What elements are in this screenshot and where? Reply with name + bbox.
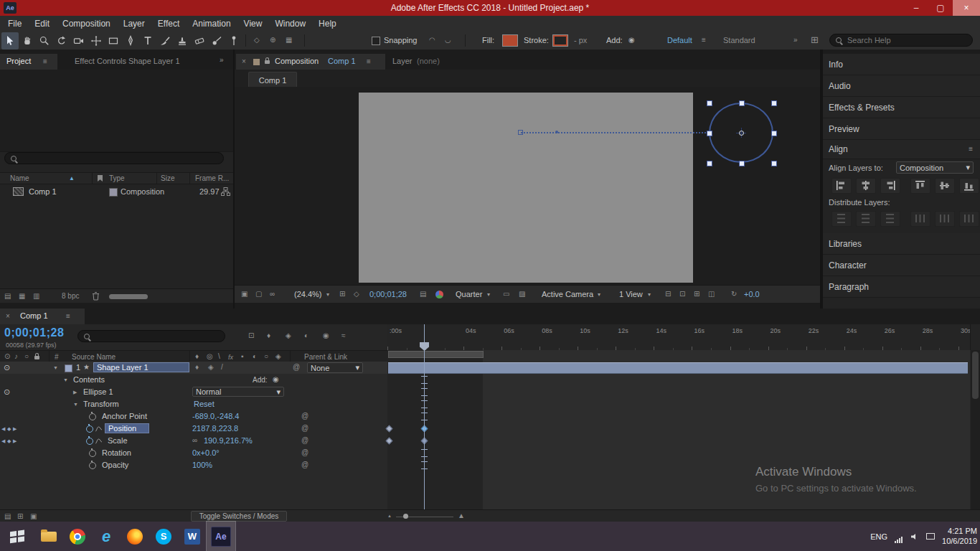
snapshot-icon[interactable]: ▤ bbox=[420, 291, 426, 298]
timeline-v-scrollbar[interactable] bbox=[971, 350, 980, 509]
pick-whip-icon[interactable]: @ bbox=[301, 437, 308, 444]
distribute-left-button[interactable] bbox=[910, 211, 930, 227]
taskbar-after-effects[interactable]: Ae bbox=[207, 522, 235, 551]
property-row-position[interactable]: ◀ ◆ ▶ Position 2187.8,223.8 @ bbox=[0, 423, 387, 435]
align-right-button[interactable] bbox=[880, 178, 900, 194]
taskbar-skype[interactable]: S bbox=[149, 522, 178, 551]
section-preview[interactable]: Preview bbox=[821, 118, 980, 140]
new-composition-icon[interactable]: ▥ bbox=[33, 293, 39, 300]
property-row-opacity[interactable]: Opacity 100% @ bbox=[0, 459, 387, 471]
work-area-bar[interactable] bbox=[388, 351, 484, 358]
property-row-rotation[interactable]: Rotation 0x+0.0° @ bbox=[0, 447, 387, 459]
fx-switch[interactable]: ◈ bbox=[208, 364, 214, 371]
zoom-in-mountain-icon[interactable]: ▲ bbox=[458, 512, 465, 519]
pick-whip-icon[interactable]: @ bbox=[293, 364, 300, 371]
align-bottom-button[interactable] bbox=[959, 178, 979, 194]
align-to-dropdown[interactable]: Composition ▾ bbox=[896, 161, 974, 174]
column-frame-rate[interactable]: Frame R... bbox=[195, 174, 229, 182]
tab-overflow-icon[interactable]: » bbox=[220, 57, 224, 64]
frame-blend-icon[interactable]: ◐ bbox=[304, 332, 308, 339]
property-row-transform[interactable]: ▼ Transform Reset bbox=[0, 398, 387, 410]
keyframe-toggle-icon[interactable]: ◆ bbox=[7, 438, 11, 444]
comp-mini-flowchart-icon[interactable]: ⊡ bbox=[248, 332, 254, 339]
panel-menu-icon[interactable]: ≡ bbox=[66, 313, 70, 320]
property-name[interactable]: Rotation bbox=[102, 448, 131, 457]
link-dimensions-icon[interactable]: ∞ bbox=[192, 437, 197, 444]
pick-whip-icon[interactable]: @ bbox=[301, 425, 308, 432]
reset-exposure-icon[interactable]: ↻ bbox=[731, 291, 737, 298]
column-type[interactable]: Type bbox=[109, 174, 125, 182]
current-timecode[interactable]: 0;00;01;28 bbox=[4, 326, 64, 339]
snap-edges-icon[interactable]: ◠ bbox=[429, 37, 435, 44]
label-column-icon[interactable] bbox=[98, 175, 103, 182]
quality-switch[interactable]: ♦ bbox=[195, 364, 199, 371]
layer-duration-bar[interactable] bbox=[388, 362, 968, 374]
reset-link[interactable]: Reset bbox=[194, 400, 215, 408]
column-size[interactable]: Size bbox=[161, 174, 174, 182]
stopwatch-icon[interactable] bbox=[89, 413, 96, 420]
column-name[interactable]: Name bbox=[10, 174, 29, 182]
grid-guides-icon[interactable]: ⊞ bbox=[339, 291, 345, 298]
workspace-tab-default[interactable]: Default bbox=[667, 36, 692, 44]
selection-tool[interactable] bbox=[1, 32, 19, 50]
film-icon[interactable]: ▣ bbox=[241, 291, 248, 298]
workspace-menu-icon[interactable]: ≡ bbox=[702, 37, 706, 44]
viewer-tab-comp1[interactable]: Comp 1 bbox=[248, 72, 297, 88]
taskbar-file-explorer[interactable] bbox=[34, 522, 63, 551]
volume-icon[interactable] bbox=[910, 533, 919, 540]
property-name[interactable]: Opacity bbox=[102, 461, 128, 469]
section-align[interactable]: Align ≡ bbox=[821, 140, 980, 159]
next-keyframe-icon[interactable]: ▶ bbox=[13, 426, 17, 432]
column-parent-link[interactable]: Parent & Link bbox=[304, 353, 347, 361]
close-tab-icon[interactable]: × bbox=[6, 313, 10, 320]
menu-item-animation[interactable]: Animation bbox=[186, 16, 237, 32]
section-libraries[interactable]: Libraries bbox=[821, 233, 980, 255]
stroke-label[interactable]: Stroke: bbox=[524, 36, 549, 44]
fill-swatch[interactable] bbox=[502, 34, 518, 47]
stopwatch-icon-active[interactable] bbox=[86, 425, 93, 433]
stopwatch-icon[interactable] bbox=[89, 450, 96, 457]
pick-whip-icon[interactable]: @ bbox=[301, 449, 308, 456]
clone-stamp-tool[interactable] bbox=[174, 32, 191, 50]
menu-item-composition[interactable]: Composition bbox=[56, 16, 117, 32]
expand-in-out-icon[interactable]: ▤ bbox=[4, 513, 11, 520]
expand-icon[interactable]: ▼ bbox=[53, 365, 58, 370]
property-row-contents[interactable]: ▼ Contents Add: ◉ bbox=[0, 374, 387, 386]
new-folder-icon[interactable]: ▦ bbox=[19, 293, 25, 300]
mini-map-icon[interactable]: ◫ bbox=[708, 291, 715, 298]
pen-tool[interactable] bbox=[122, 32, 139, 50]
shy-layers-icon[interactable]: ◈ bbox=[286, 332, 291, 339]
align-top-button[interactable] bbox=[910, 178, 930, 194]
rotation-value[interactable]: 0x+0.0° bbox=[192, 448, 220, 457]
item-label-swatch[interactable] bbox=[109, 188, 118, 197]
stroke-width-value[interactable]: - px bbox=[574, 36, 587, 44]
project-item-name[interactable]: Comp 1 bbox=[29, 187, 57, 196]
mask-visibility-icon[interactable]: ◇ bbox=[354, 291, 359, 298]
section-info[interactable]: Info bbox=[821, 54, 980, 75]
panel-menu-icon[interactable]: ≡ bbox=[43, 58, 47, 65]
help-search-input[interactable] bbox=[829, 34, 973, 47]
scrollbar-thumb[interactable] bbox=[972, 352, 979, 399]
brush-tool[interactable] bbox=[156, 32, 174, 50]
restore-button[interactable]: ▢ bbox=[928, 0, 953, 16]
pixel-aspect-icon[interactable]: ⊟ bbox=[665, 291, 671, 298]
selection-handle[interactable] bbox=[707, 161, 712, 166]
graph-icon[interactable] bbox=[95, 425, 103, 433]
time-ruler[interactable]: :00s04s06s08s10s12s14s16s18s20s22s24s26s… bbox=[387, 324, 970, 351]
expand-transfer-icon[interactable]: ▣ bbox=[30, 513, 37, 520]
position-value[interactable]: 2187.8,223.8 bbox=[192, 424, 238, 433]
roto-brush-tool[interactable] bbox=[208, 32, 225, 50]
quality-slash-switch[interactable]: / bbox=[221, 364, 223, 371]
section-audio[interactable]: Audio bbox=[821, 75, 980, 97]
lock-icon[interactable] bbox=[265, 60, 270, 64]
graph-icon[interactable] bbox=[95, 437, 103, 445]
snapping-checkbox[interactable] bbox=[372, 37, 380, 45]
tab-project[interactable]: Project ≡ bbox=[0, 54, 57, 70]
property-row-anchor-point[interactable]: Anchor Point -689.0,-248.4 @ bbox=[0, 410, 387, 423]
motion-blur-icon[interactable]: ◉ bbox=[323, 332, 329, 339]
monitor-icon[interactable]: ▢ bbox=[255, 291, 262, 298]
project-search-input[interactable] bbox=[4, 152, 224, 164]
menu-item-view[interactable]: View bbox=[237, 16, 269, 32]
project-column-header[interactable]: Name ▲ Type Size Frame R... bbox=[0, 172, 235, 184]
distribute-v-center-button[interactable] bbox=[856, 211, 876, 227]
